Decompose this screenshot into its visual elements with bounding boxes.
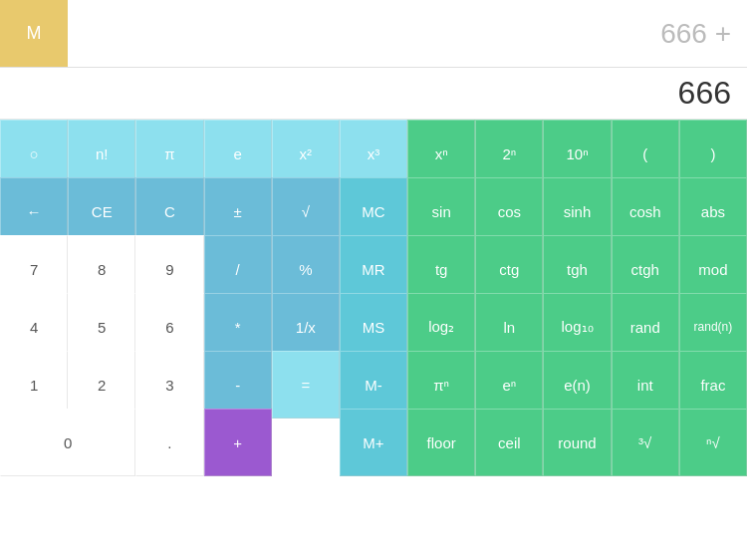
memory-button[interactable]: M xyxy=(0,0,68,67)
decimal-button[interactable]: . xyxy=(135,409,203,476)
zero-button[interactable]: 0 xyxy=(0,409,135,476)
nth-root-button[interactable]: ⁿ√ xyxy=(679,409,747,476)
ceil-button[interactable]: ceil xyxy=(475,409,543,476)
memory-label: M xyxy=(27,23,42,44)
round-button[interactable]: round xyxy=(543,409,611,476)
expression-display: 666 + xyxy=(68,0,747,67)
display-area: M 666 + 666 xyxy=(0,0,747,120)
top-bar: M 666 + xyxy=(0,0,747,68)
memory-plus-button[interactable]: M+ xyxy=(340,409,407,476)
result-display: 666 xyxy=(0,68,747,120)
plus-button[interactable]: + xyxy=(204,409,272,476)
calculator-grid: ○n!πex²x³xⁿ2ⁿ10ⁿ()←CEC±√MCsincossinhcosh… xyxy=(0,120,747,466)
equals-button[interactable]: = xyxy=(272,351,340,419)
expression-value: 666 + xyxy=(660,18,731,50)
result-value: 666 xyxy=(678,75,731,112)
floor-button[interactable]: floor xyxy=(407,409,475,476)
cbrt-button[interactable]: ³√ xyxy=(612,409,679,476)
